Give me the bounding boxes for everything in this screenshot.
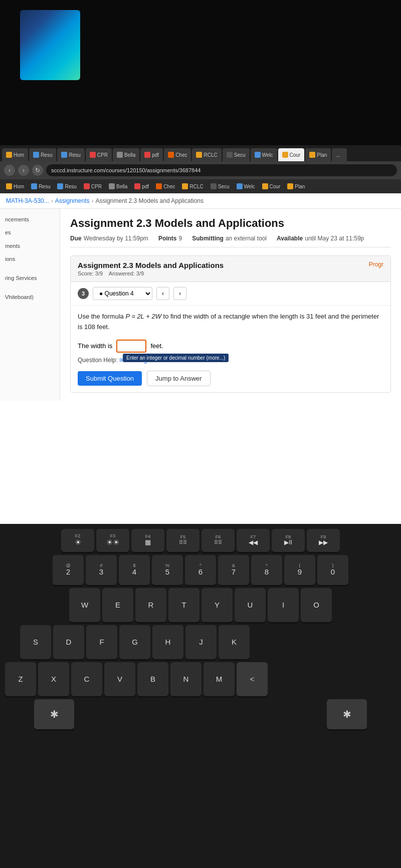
key-f2[interactable]: F2 ☀ xyxy=(61,529,94,552)
key-6[interactable]: ^ 6 xyxy=(185,555,216,585)
key-f8[interactable]: F8 ▶II xyxy=(272,529,305,552)
assignment-title-group: Assignment 2.3 Models and Applications S… xyxy=(78,261,224,276)
bookmark-chec[interactable]: Chec xyxy=(153,181,178,192)
key-j[interactable]: J xyxy=(185,625,217,659)
tab-more[interactable]: ... xyxy=(332,148,347,161)
sidebar-item-announcements[interactable]: ncements xyxy=(0,213,60,226)
key-8[interactable]: * 8 xyxy=(251,555,282,585)
tab-secu[interactable]: Secu xyxy=(223,148,250,161)
key-f9[interactable]: F9 ▶▶ xyxy=(307,529,340,552)
desktop-area xyxy=(0,0,401,145)
tab-bella[interactable]: Bella xyxy=(113,148,139,161)
tab-resu2[interactable]: Resu xyxy=(57,148,84,161)
key-f[interactable]: F xyxy=(86,625,117,659)
key-g[interactable]: G xyxy=(119,625,150,659)
submit-row: Submit Question Jump to Answer xyxy=(78,371,383,386)
tab-pdf[interactable]: pdf xyxy=(140,148,163,161)
breadcrumb-assignments[interactable]: Assignments xyxy=(55,197,90,204)
key-u[interactable]: U xyxy=(235,588,266,622)
key-f3[interactable]: F3 ☀☀ xyxy=(96,529,129,552)
key-less-than[interactable]: < xyxy=(237,662,268,696)
key-r[interactable]: R xyxy=(135,588,166,622)
jump-to-answer-button[interactable]: Jump to Answer xyxy=(147,371,211,386)
tab-welc[interactable]: Welc xyxy=(251,148,277,161)
bookmark-resu1[interactable]: Resu xyxy=(28,181,53,192)
next-question-button[interactable]: › xyxy=(173,287,186,300)
key-t[interactable]: T xyxy=(168,588,199,622)
progress-link[interactable]: Progr xyxy=(369,261,383,268)
assignment-box-header: Assignment 2.3 Models and Applications S… xyxy=(71,256,390,282)
key-b[interactable]: B xyxy=(137,662,168,696)
key-f7[interactable]: F7 ◀◀ xyxy=(237,529,270,552)
key-m[interactable]: M xyxy=(204,662,235,696)
answer-input[interactable] xyxy=(116,340,146,353)
key-f4[interactable]: F4 ▦ xyxy=(131,529,164,552)
key-h[interactable]: H xyxy=(152,625,183,659)
bookmark-resu2[interactable]: Resu xyxy=(54,181,79,192)
bookmark-hom[interactable]: Hom xyxy=(3,181,27,192)
forward-button[interactable]: › xyxy=(18,165,29,176)
bookmark-welc[interactable]: Welc xyxy=(234,181,258,192)
key-e[interactable]: E xyxy=(102,588,133,622)
keyboard-area: F2 ☀ F3 ☀☀ F4 ▦ F5 ⠿⠿ F6 ⠿⠿ F7 ◀◀ F8 ▶II… xyxy=(0,524,401,868)
refresh-button[interactable]: ↻ xyxy=(32,165,43,176)
assignment-box: Assignment 2.3 Models and Applications S… xyxy=(70,255,391,393)
key-7[interactable]: & 7 xyxy=(218,555,249,585)
key-w[interactable]: W xyxy=(69,588,100,622)
bookmark-cour[interactable]: Cour xyxy=(259,181,284,192)
sidebar-item-discussions[interactable]: ions xyxy=(0,252,60,265)
sidebar-item-whiteboard[interactable]: Vhiteboard) xyxy=(0,291,60,304)
key-o[interactable]: O xyxy=(301,588,332,622)
key-z[interactable]: Z xyxy=(5,662,36,696)
tab-cour[interactable]: Cour xyxy=(278,148,305,161)
tab-rclc[interactable]: RCLC xyxy=(192,148,221,161)
key-k[interactable]: K xyxy=(219,625,250,659)
sidebar-item-empty1 xyxy=(0,265,60,271)
sidebar-item-es[interactable]: es xyxy=(0,226,60,239)
address-input[interactable] xyxy=(46,164,397,176)
key-n[interactable]: N xyxy=(170,662,202,696)
submit-question-button[interactable]: Submit Question xyxy=(78,371,142,386)
bookmark-rclc[interactable]: RCLC xyxy=(179,181,206,192)
question-select[interactable]: ● Question 4 xyxy=(93,287,152,300)
key-9[interactable]: ( 9 xyxy=(284,555,315,585)
key-i[interactable]: I xyxy=(268,588,299,622)
key-f6[interactable]: F6 ⠿⠿ xyxy=(202,529,235,552)
sidebar-item-tutoring[interactable]: ring Services xyxy=(0,271,60,284)
key-f5[interactable]: F5 ⠿⠿ xyxy=(166,529,199,552)
back-button[interactable]: ‹ xyxy=(4,165,15,176)
key-3[interactable]: # 3 xyxy=(86,555,117,585)
bookmark-plan[interactable]: Plan xyxy=(284,181,308,192)
key-star-right[interactable]: ✱ xyxy=(327,699,367,729)
key-2[interactable]: @ 2 xyxy=(53,555,84,585)
key-0[interactable]: ) 0 xyxy=(317,555,348,585)
bookmark-bella[interactable]: Bella xyxy=(106,181,130,192)
tab-resu1[interactable]: Resu xyxy=(29,148,56,161)
bookmark-pdf[interactable]: pdf xyxy=(131,181,152,192)
key-v[interactable]: V xyxy=(104,662,135,696)
answer-tooltip: Enter an integer or decimal number (more… xyxy=(123,354,229,362)
key-s[interactable]: S xyxy=(20,625,51,659)
bookmark-secu[interactable]: Secu xyxy=(208,181,233,192)
key-d[interactable]: D xyxy=(53,625,84,659)
tab-favicon-hom xyxy=(6,152,12,158)
key-x[interactable]: X xyxy=(38,662,69,696)
tab-plan[interactable]: Plan xyxy=(305,148,331,161)
tab-favicon-resu2 xyxy=(61,152,67,158)
z-key-row: Z X C V B N M < xyxy=(0,662,401,696)
key-5[interactable]: % 5 xyxy=(152,555,183,585)
bookmark-cpr[interactable]: CPR xyxy=(81,181,105,192)
tab-favicon-chec xyxy=(168,152,174,158)
key-c[interactable]: C xyxy=(71,662,102,696)
tab-cpr[interactable]: CPR xyxy=(86,148,112,161)
tab-chec[interactable]: Chec xyxy=(164,148,191,161)
meta-due: Due Wednesday by 11:59pm xyxy=(70,235,148,242)
prev-question-button[interactable]: ‹ xyxy=(156,287,169,300)
breadcrumb-course[interactable]: MATH-3A-530... xyxy=(6,197,49,204)
assignment-title: Assignment 2.3 Models and Applications xyxy=(78,261,224,269)
tab-hom[interactable]: Hom xyxy=(2,148,28,161)
key-star-left[interactable]: ✱ xyxy=(34,699,74,729)
key-y[interactable]: Y xyxy=(202,588,233,622)
key-4[interactable]: $ 4 xyxy=(119,555,150,585)
sidebar-item-assignments[interactable]: ments xyxy=(0,239,60,252)
